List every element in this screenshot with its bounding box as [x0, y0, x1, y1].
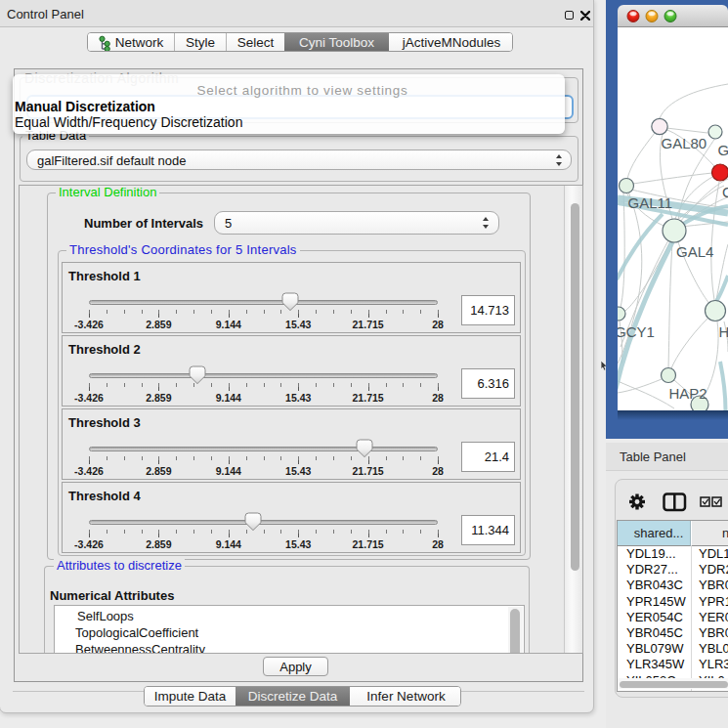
svg-text:HAP2: HAP2 [669, 385, 707, 402]
svg-text:GAL80: GAL80 [662, 135, 707, 151]
svg-text:HIS: HIS [719, 323, 728, 340]
svg-text:GCY1: GCY1 [618, 323, 655, 340]
svg-text:GAL4: GAL4 [676, 243, 713, 260]
svg-text:CDC: CDC [722, 184, 728, 200]
svg-text:GAL3: GAL3 [718, 142, 728, 158]
svg-text:GAL11: GAL11 [628, 194, 673, 211]
